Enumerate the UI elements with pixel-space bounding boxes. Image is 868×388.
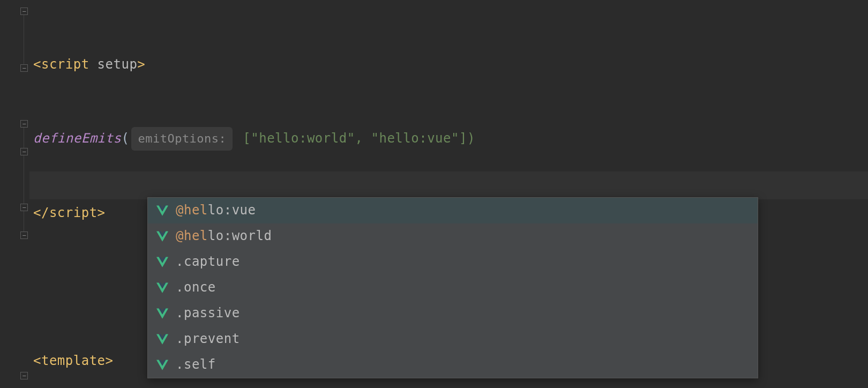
autocomplete-item[interactable]: @hello:vue xyxy=(148,198,758,223)
autocomplete-label: .self xyxy=(176,353,216,376)
fold-toggle[interactable]: − xyxy=(20,120,28,128)
vue-icon xyxy=(156,282,168,293)
fold-toggle[interactable]: − xyxy=(20,204,28,211)
autocomplete-label: .once xyxy=(176,276,216,299)
autocomplete-item[interactable]: @hello:world xyxy=(148,223,758,249)
fold-toggle[interactable]: − xyxy=(20,232,28,239)
vue-icon xyxy=(156,231,168,242)
code-line: defineEmits(emitOptions: ["hello:world",… xyxy=(33,125,475,153)
autocomplete-item[interactable]: .prevent xyxy=(148,326,758,352)
vue-icon xyxy=(156,257,168,267)
autocomplete-item[interactable]: .passive xyxy=(148,301,758,326)
autocomplete-label: @hello:world xyxy=(176,225,272,248)
fold-toggle[interactable]: − xyxy=(20,372,28,379)
autocomplete-label: @hello:vue xyxy=(176,199,256,222)
vue-icon xyxy=(156,334,168,345)
autocomplete-label: .passive xyxy=(176,302,240,325)
inlay-hint: emitOptions: xyxy=(131,127,233,151)
autocomplete-label: .prevent xyxy=(176,327,240,350)
autocomplete-item[interactable]: .self xyxy=(148,352,758,378)
fold-toggle[interactable]: − xyxy=(20,148,28,155)
vue-icon xyxy=(156,205,168,216)
vue-icon xyxy=(156,360,168,370)
editor-gutter: − − − − − − − xyxy=(0,0,29,388)
autocomplete-item[interactable]: .capture xyxy=(148,249,758,275)
autocomplete-item[interactable]: .once xyxy=(148,275,758,301)
autocomplete-popup[interactable]: @hello:vue @hello:world .capture .once .… xyxy=(147,197,758,378)
fold-toggle[interactable]: − xyxy=(20,8,28,15)
fold-toggle[interactable]: − xyxy=(20,64,28,72)
vue-icon xyxy=(156,308,168,319)
autocomplete-label: .capture xyxy=(176,250,240,273)
code-line: <script setup> xyxy=(33,50,475,78)
